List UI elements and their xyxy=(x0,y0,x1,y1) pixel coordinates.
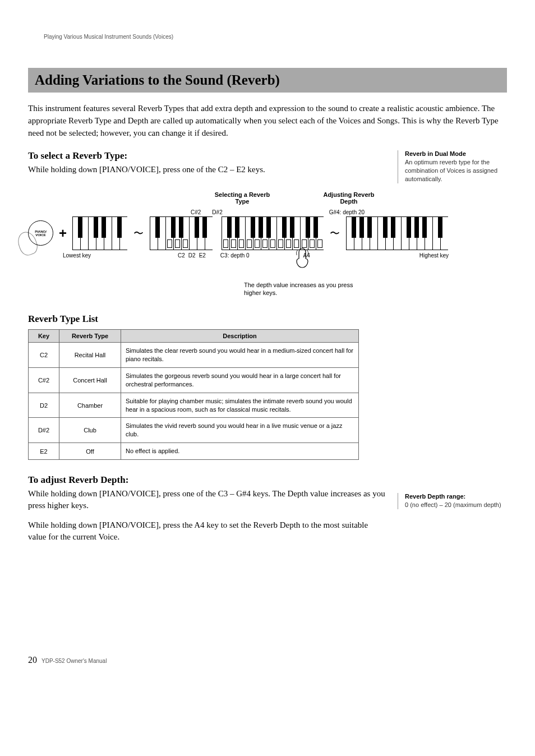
table-header-key: Key xyxy=(29,330,59,343)
keyboard-diagram: Selecting a Reverb Type Adjusting Reverb… xyxy=(28,191,507,297)
label-e2: E2 xyxy=(199,252,206,259)
keyboard-gap-icon-2: 〜 xyxy=(329,227,340,240)
label-c2: C2 xyxy=(178,252,185,259)
diagram-label-selecting: Selecting a Reverb Type xyxy=(211,191,273,205)
select-reverb-body: While holding down [PIANO/VOICE], press … xyxy=(28,164,386,176)
finger-press-icon xyxy=(294,247,310,269)
label-highest-key: Highest key xyxy=(419,252,449,259)
table-row: E2 Off No effect is applied. xyxy=(29,443,359,460)
depth-range-note-title: Reverb Depth range: xyxy=(405,493,507,500)
diagram-label-adjusting: Adjusting Reverb Depth xyxy=(318,191,380,205)
keyboard-segment-2 xyxy=(150,216,213,250)
table-row: D#2 Club Simulates the vivid reverb soun… xyxy=(29,418,359,443)
adjust-depth-body-2: While holding down [PIANO/VOICE], press … xyxy=(28,519,386,543)
footer-manual-title: YDP-S52 Owner's Manual xyxy=(41,658,107,664)
adjust-depth-heading: To adjust Reverb Depth: xyxy=(28,474,386,486)
page-footer: 20 YDP-S52 Owner's Manual xyxy=(28,655,507,665)
reverb-type-table: Key Reverb Type Description C2 Recital H… xyxy=(28,329,359,460)
table-row: C2 Recital Hall Simulates the clear reve… xyxy=(29,343,359,368)
plus-icon: + xyxy=(59,225,67,241)
label-d2: D2 xyxy=(188,252,196,259)
dual-mode-note-title: Reverb in Dual Mode xyxy=(405,150,507,157)
label-c3-depth0: C3: depth 0 xyxy=(220,252,250,259)
piano-voice-button-icon: PIANO/ VOICE xyxy=(28,220,53,246)
breadcrumb: Playing Various Musical Instrument Sound… xyxy=(28,34,507,40)
section-title-bar: Adding Variations to the Sound (Reverb) xyxy=(28,68,507,93)
label-gsharp4: G#4: depth 20 xyxy=(329,209,365,215)
reverb-type-list-heading: Reverb Type List xyxy=(28,314,386,325)
label-csharp2: C#2 xyxy=(191,209,201,215)
table-row: C#2 Concert Hall Simulates the gorgeous … xyxy=(29,368,359,393)
depth-increase-caption: The depth value increases as you press h… xyxy=(244,281,367,297)
keyboard-segment-4 xyxy=(346,216,448,250)
table-header-type: Reverb Type xyxy=(59,330,121,343)
label-dsharp2: D#2 xyxy=(212,209,222,215)
section-title: Adding Variations to the Sound (Reverb) xyxy=(35,72,500,88)
adjust-depth-body-1: While holding down [PIANO/VOICE], press … xyxy=(28,488,386,511)
depth-range-note-body: 0 (no effect) – 20 (maximum depth) xyxy=(405,501,507,509)
dual-mode-note-body: An optimum reverb type for the combinati… xyxy=(405,158,507,183)
intro-paragraph: This instrument features several Reverb … xyxy=(28,103,507,139)
select-reverb-heading: To select a Reverb Type: xyxy=(28,150,386,162)
table-row: D2 Chamber Suitable for playing chamber … xyxy=(29,393,359,418)
label-lowest-key: Lowest key xyxy=(63,252,91,259)
keyboard-segment-3 xyxy=(222,216,324,250)
page-number: 20 xyxy=(28,655,37,665)
table-header-desc: Description xyxy=(121,330,359,343)
keyboard-segment-1 xyxy=(72,216,127,250)
keyboard-gap-icon: 〜 xyxy=(133,227,144,240)
